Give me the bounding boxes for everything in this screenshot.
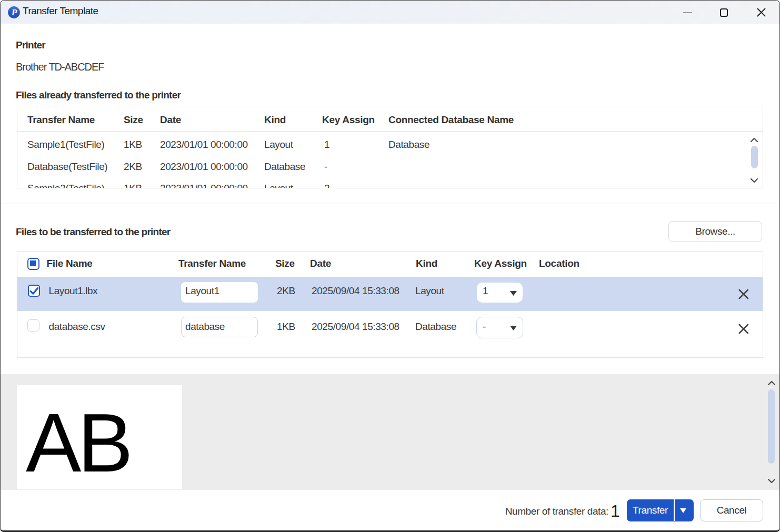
svg-text:P: P [11, 7, 17, 17]
